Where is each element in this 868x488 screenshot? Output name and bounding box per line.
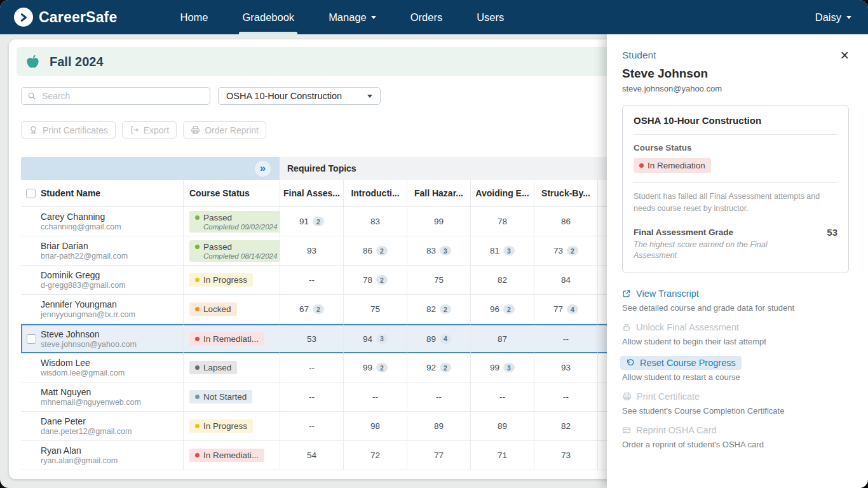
select-all-checkbox[interactable] — [26, 189, 36, 198]
nav-item-users[interactable]: Users — [459, 0, 521, 34]
score-cell[interactable]: 98 — [343, 412, 407, 441]
score-cell[interactable]: 83 — [343, 207, 407, 236]
score-cell[interactable]: -- — [280, 266, 343, 295]
reprint-osha-card-button[interactable]: Reprint OSHA Card — [622, 425, 717, 435]
student-cell[interactable]: Briar Darianbriar-path22@gmail.com — [41, 236, 183, 266]
student-cell[interactable]: Steve Johnsonsteve.johnson@yahoo.com — [41, 324, 183, 353]
student-cell[interactable]: Jennifer Youngmanjennyyoungman@tx.rr.com — [41, 295, 183, 324]
attempts-badge: 3 — [503, 363, 515, 372]
student-cell[interactable]: Carey Channingcchanning@gmail.com — [41, 207, 183, 236]
student-cell[interactable]: Matt Nguyenmhnemail@nguyenweb.com — [41, 383, 183, 412]
col-header-student-name[interactable]: Student Name — [41, 180, 183, 207]
status-cell[interactable]: Locked — [183, 295, 280, 324]
score-cell[interactable]: 833 — [407, 236, 470, 266]
score-cell[interactable]: 782 — [343, 266, 407, 295]
student-cell[interactable]: Dominik Greggd-gregg883@gmail.com — [41, 266, 183, 295]
close-icon[interactable]: × — [841, 50, 849, 61]
score-cell[interactable]: -- — [407, 383, 470, 412]
score-cell[interactable]: 894 — [407, 324, 470, 353]
student-cell[interactable]: Wisdom Leewisdom.lee@gmail.com — [41, 353, 183, 383]
nav-item-orders[interactable]: Orders — [393, 0, 459, 34]
student-cell[interactable]: Dane Peterdane.peter12@gmail.com — [41, 412, 183, 441]
score-cell[interactable]: -- — [343, 383, 407, 412]
score-cell[interactable]: 912 — [280, 207, 343, 236]
brand[interactable]: CareerSafe — [14, 8, 117, 27]
print-certificates-button[interactable]: Print Certificates — [21, 121, 116, 139]
score-cell[interactable]: 73 — [534, 441, 597, 470]
nav-item-home[interactable]: Home — [163, 0, 225, 34]
nav-item-gradebook[interactable]: Gradebook — [225, 0, 311, 34]
nav-item-manage[interactable]: Manage — [311, 0, 393, 34]
score-cell[interactable]: 77 — [407, 441, 470, 470]
view-transcript-link[interactable]: View Transcript — [622, 288, 699, 299]
score-cell[interactable]: 72 — [343, 441, 407, 470]
status-cell[interactable]: Lapsed — [183, 353, 280, 383]
status-cell[interactable]: In Remediati... — [183, 441, 280, 470]
score-cell[interactable]: 862 — [343, 236, 407, 266]
score-cell[interactable]: 75 — [407, 266, 470, 295]
col-header-topic[interactable]: Fall Hazar... — [407, 180, 470, 207]
select-all-cell — [21, 180, 41, 207]
unlock-final-assessment-button[interactable]: Unlock Final Assessment — [622, 322, 739, 332]
score-cell[interactable]: 82 — [470, 266, 534, 295]
score-cell[interactable]: -- — [280, 353, 343, 383]
status-cell[interactable]: In Progress — [183, 266, 280, 295]
score-cell[interactable]: 774 — [534, 295, 597, 324]
course-filter-select[interactable]: OSHA 10-Hour Construction — [218, 87, 381, 105]
search-input[interactable] — [21, 87, 210, 105]
col-header-topic[interactable]: Avoiding E... — [470, 180, 534, 207]
score-cell[interactable]: 672 — [280, 295, 343, 324]
score-cell[interactable]: 993 — [470, 353, 534, 383]
score-cell[interactable]: -- — [280, 383, 343, 412]
col-header-course-status[interactable]: Course Status — [183, 180, 280, 207]
status-cell[interactable]: In Progress — [183, 412, 280, 441]
status-cell[interactable]: In Remediati... — [183, 324, 280, 353]
export-button[interactable]: Export — [122, 121, 177, 139]
score-value: 89 — [434, 421, 444, 431]
user-menu[interactable]: Daisy — [815, 11, 851, 24]
score-cell[interactable]: -- — [534, 383, 597, 412]
score-cell[interactable]: 84 — [534, 266, 597, 295]
caret-down-icon — [367, 95, 372, 98]
score-cell[interactable]: 87 — [470, 324, 534, 353]
score-cell[interactable]: 992 — [343, 353, 407, 383]
score-cell[interactable]: 93 — [280, 236, 343, 266]
score-cell[interactable]: -- — [534, 324, 597, 353]
score-value: 86 — [561, 217, 571, 226]
score-cell[interactable]: 732 — [534, 236, 597, 266]
score-cell[interactable]: 53 — [280, 324, 343, 353]
score-cell[interactable]: 99 — [407, 207, 470, 236]
score-cell[interactable]: 75 — [343, 295, 407, 324]
print-certificate-button[interactable]: Print Certificate — [622, 391, 700, 402]
score-cell[interactable]: 813 — [470, 236, 534, 266]
col-header-topic[interactable]: Struck-By... — [534, 180, 597, 207]
row-checkbox[interactable] — [27, 334, 36, 344]
col-header-topic[interactable]: Final Asses... — [280, 180, 343, 207]
score-cell[interactable]: -- — [280, 412, 343, 441]
score-cell[interactable]: 822 — [407, 295, 470, 324]
student-cell[interactable]: Ryan Alanryan.alan@gmail.com — [41, 441, 183, 470]
score-cell[interactable]: 962 — [470, 295, 534, 324]
score-cell[interactable]: 93 — [534, 353, 597, 383]
reset-course-progress-button[interactable]: Reset Course Progress — [620, 356, 742, 370]
order-reprint-button[interactable]: Order Reprint — [183, 121, 266, 139]
score-cell[interactable]: 54 — [280, 441, 343, 470]
score-cell[interactable]: 82 — [534, 412, 597, 441]
student-email: mhnemail@nguyenweb.com — [41, 398, 141, 407]
export-icon — [130, 125, 139, 135]
col-header-label: Student Name — [41, 188, 100, 198]
score-cell[interactable]: -- — [470, 383, 534, 412]
col-header-topic[interactable]: Introducti... — [343, 180, 407, 207]
score-cell[interactable]: 71 — [470, 441, 534, 470]
score-cell[interactable]: 78 — [470, 207, 534, 236]
score-cell[interactable]: 86 — [534, 207, 597, 236]
score-cell[interactable]: 89 — [470, 412, 534, 441]
expand-columns-button[interactable]: » — [255, 161, 271, 177]
status-cell[interactable]: PassedCompleted 09/02/2024 — [183, 207, 280, 236]
score-cell[interactable]: 89 — [407, 412, 470, 441]
student-name: Carey Channing — [41, 212, 105, 222]
score-cell[interactable]: 922 — [407, 353, 470, 383]
status-cell[interactable]: Not Started — [183, 383, 280, 412]
score-cell[interactable]: 943 — [343, 324, 407, 353]
status-cell[interactable]: PassedCompleted 08/14/2024 — [183, 236, 280, 266]
